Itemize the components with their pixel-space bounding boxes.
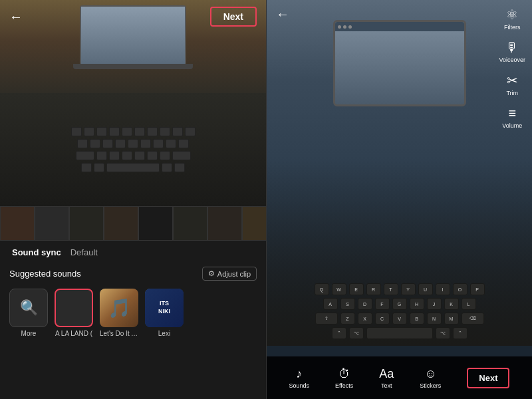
film-frame: [0, 206, 35, 241]
key-row-3: [76, 151, 191, 160]
right-header: ←: [267, 0, 532, 29]
key: [160, 127, 170, 136]
right-bottom-bar: ♪ Sounds ⏱ Effects Aa Text ☺ Stickers Ne…: [267, 356, 532, 399]
key-right: ⌃: [453, 327, 467, 339]
right-sidebar: ⚛ Filters 🎙 Voiceover ✂ Trim ≡ Volume: [499, 7, 525, 129]
next-button-right[interactable]: Next: [467, 368, 509, 388]
sound-tile-ala-land[interactable]: A LA LAND (: [55, 289, 93, 337]
left-header: ← Next: [0, 0, 266, 33]
film-frame: [207, 206, 242, 241]
right-panel: ← ⚛ Filters 🎙 Voiceover ✂ Trim ≡ Volume: [267, 0, 532, 399]
sound-sync-default: Default: [70, 247, 98, 257]
filters-icon: ⚛: [506, 7, 518, 23]
keyboard-right: Q W E R T Y U I O P A S D F G H J K L: [267, 160, 532, 346]
sidebar-item-filters[interactable]: ⚛ Filters: [504, 7, 521, 31]
bottom-item-sounds[interactable]: ♪ Sounds: [289, 367, 309, 389]
sidebar-item-volume[interactable]: ≡ Volume: [502, 106, 522, 129]
filters-label: Filters: [504, 24, 521, 31]
key: [147, 151, 158, 160]
key-right: B: [410, 313, 424, 325]
film-frame: [104, 206, 138, 241]
back-button-right[interactable]: ←: [276, 7, 289, 22]
key-right: J: [427, 298, 442, 310]
lets-do-art: 🎵: [100, 289, 138, 327]
text-label: Text: [381, 382, 392, 389]
key-right: ⌥: [349, 327, 364, 339]
key-right: U: [418, 283, 433, 295]
tile-ala-img: [55, 289, 93, 327]
bottom-item-text[interactable]: Aa Text: [379, 367, 394, 389]
voiceover-icon: 🎙: [505, 40, 519, 55]
keyboard-area-left: [0, 93, 266, 206]
tile-lets-do-img: 🎵: [100, 289, 138, 327]
key: [178, 139, 189, 148]
key-shift-right: [172, 151, 191, 160]
sound-sync-label: Sound sync: [12, 247, 61, 257]
key: [71, 127, 82, 136]
key-shift: [76, 151, 94, 160]
key-right: X: [358, 313, 372, 325]
left-panel: ← Next: [0, 0, 266, 399]
key-right: H: [410, 298, 424, 310]
key-right: W: [332, 283, 346, 295]
key-row-right-1: Q W E R T Y U I O P: [315, 283, 485, 295]
volume-icon: ≡: [508, 106, 516, 121]
key-ctrl-r: [174, 163, 185, 172]
sidebar-item-trim[interactable]: ✂ Trim: [506, 72, 518, 96]
niki-text: ITSNIKI: [158, 300, 170, 315]
key: [84, 127, 94, 136]
next-button-left[interactable]: Next: [210, 7, 257, 27]
key-right: S: [340, 298, 355, 310]
key-right-del: ⌫: [462, 313, 484, 325]
text-icon: Aa: [379, 367, 394, 381]
bottom-item-effects[interactable]: ⏱ Effects: [335, 367, 353, 389]
adjust-clip-button[interactable]: ⚙ Adjust clip: [202, 267, 257, 281]
key-right: N: [427, 313, 442, 325]
key: [122, 151, 132, 160]
key-alt: [94, 163, 104, 172]
key: [102, 139, 113, 148]
voiceover-label: Voiceover: [499, 57, 525, 63]
key-right: F: [375, 298, 390, 310]
key: [172, 127, 183, 136]
film-frame: [242, 206, 266, 241]
sound-tile-lets-do[interactable]: 🎵 Let's Do It Ag: [100, 289, 138, 337]
back-button-left[interactable]: ←: [9, 9, 23, 25]
key-right: A: [323, 298, 338, 310]
suggested-title: Suggested sounds: [9, 269, 81, 279]
film-frame: [173, 206, 207, 241]
key-right: ⌥: [436, 327, 450, 339]
key-row-space: [81, 163, 185, 172]
key: [77, 139, 88, 148]
search-icon: 🔍: [20, 299, 38, 317]
key: [128, 139, 138, 148]
tile-ala-label: A LA LAND (: [55, 330, 92, 337]
trim-icon: ✂: [507, 72, 518, 88]
key-right: E: [349, 283, 364, 295]
film-frame: [138, 206, 173, 241]
sound-tile-more[interactable]: 🔍 More: [9, 289, 48, 337]
stickers-icon: ☺: [424, 367, 436, 381]
key-right: P: [470, 283, 485, 295]
adjust-icon: ⚙: [208, 269, 215, 278]
key-right: K: [444, 298, 459, 310]
key-right: D: [358, 298, 372, 310]
sound-tile-lexi[interactable]: ITSNIKI Lexi: [145, 289, 184, 337]
film-frame: [69, 206, 104, 241]
key: [185, 127, 196, 136]
volume-label: Volume: [502, 122, 522, 129]
key-row-right-3: ⇧ Z X C V B N M ⌫: [315, 313, 484, 325]
key-right: O: [453, 283, 467, 295]
filmstrip: [0, 206, 266, 241]
key: [96, 151, 107, 160]
effects-icon: ⏱: [338, 367, 350, 381]
tile-more-label: More: [21, 330, 37, 337]
sidebar-item-voiceover[interactable]: 🎙 Voiceover: [499, 40, 525, 63]
key-right: Q: [315, 283, 329, 295]
sound-tiles: 🔍 More A LA LAND ( 🎵 Let's Do It Ag ITSN…: [0, 286, 266, 344]
key-right: I: [436, 283, 450, 295]
key: [160, 151, 170, 160]
bottom-item-stickers[interactable]: ☺ Stickers: [420, 367, 441, 389]
key-right: Z: [340, 313, 355, 325]
key-space: [106, 163, 160, 172]
